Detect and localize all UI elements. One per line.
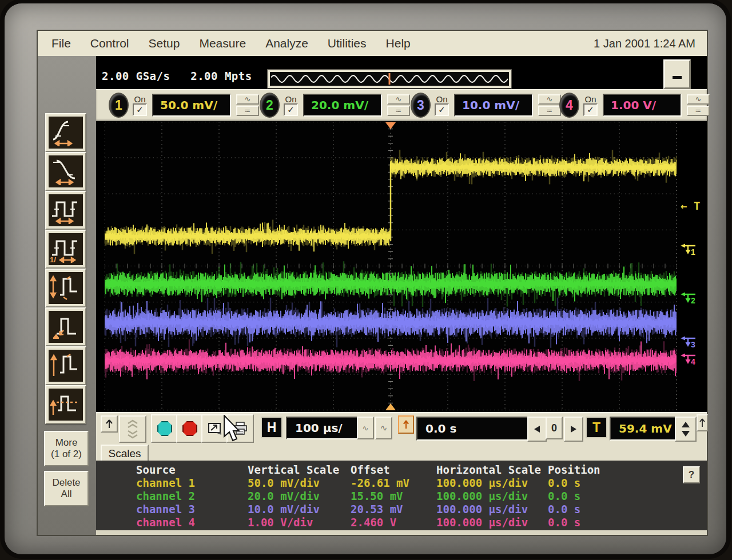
channel-2-scale-down-button[interactable]: ≂ — [387, 106, 410, 116]
peak-to-peak-icon[interactable] — [45, 269, 86, 307]
channel-4-on-checkbox[interactable]: ✓ — [583, 103, 598, 116]
menu-analyze[interactable]: Analyze — [256, 37, 318, 50]
menu-setup[interactable]: Setup — [139, 37, 190, 50]
channel-controls-row: 1 On ✓ 50.0 mV/ ∿ ≂ 2 On ✓ 20.0 mV/ ∿ ≂ … — [96, 89, 707, 121]
channel-4-scale-down-button[interactable]: ≂ — [687, 106, 710, 116]
channel-3-ground-marker[interactable]: 3 — [679, 336, 698, 350]
menu-help[interactable]: Help — [376, 37, 420, 50]
delete-label-2: All — [61, 489, 72, 500]
run-button[interactable] — [151, 414, 178, 443]
up-arrow-icon — [105, 419, 113, 429]
menu-file[interactable]: File — [38, 37, 81, 50]
ch1-position: 0.0 s — [548, 477, 580, 489]
trigger-label: T — [587, 418, 606, 437]
period-glyph — [49, 194, 81, 224]
minimize-button[interactable] — [663, 59, 691, 89]
channel-4-scale-up-button[interactable]: ∿ — [687, 94, 710, 105]
frequency-glyph: 1/ — [49, 233, 81, 263]
horizontal-position-marker-bottom[interactable] — [385, 403, 396, 410]
channel-4-scale-display[interactable]: 1.00 V/ — [603, 94, 682, 117]
hscale-coarse-button[interactable]: ∿ — [375, 417, 392, 439]
ch1-hscale: 100.000 µs/div — [436, 477, 528, 489]
v-top-icon[interactable] — [45, 346, 86, 385]
scroll-up-button[interactable] — [101, 415, 118, 433]
trigger-position-marker-top[interactable] — [385, 122, 396, 129]
expand-collapse-button[interactable] — [119, 415, 146, 443]
channel-2-ground-marker[interactable]: 2 — [679, 292, 698, 306]
channel-1-scale-down-button[interactable]: ≂ — [236, 106, 259, 116]
hscale-fine-button[interactable]: ∿ — [357, 417, 374, 439]
sample-rate: 2.00 GSa/s — [102, 70, 170, 82]
channel-2-scale-up-button[interactable]: ∿ — [387, 94, 410, 105]
channel-4-ground-marker[interactable]: 4 — [679, 353, 698, 367]
channel-1-marker-glyph: 1 — [679, 243, 698, 257]
period-icon[interactable] — [45, 191, 86, 230]
channel-2-marker-glyph: 2 — [679, 292, 698, 306]
trigger-level-display[interactable]: 59.4 mV — [610, 417, 681, 441]
menu-control[interactable]: Control — [81, 37, 139, 50]
channel-1-on-checkbox[interactable]: ✓ — [133, 103, 147, 116]
svg-text:1: 1 — [691, 247, 695, 257]
channel-4-badge[interactable]: 4 — [560, 94, 578, 117]
trigger-level-spinner[interactable] — [675, 417, 697, 442]
ch4-hscale: 100.000 µs/div — [436, 516, 528, 529]
small-up-arrow-icon — [699, 418, 705, 427]
ch2-source: channel 2 — [136, 490, 195, 502]
scales-panel: Source Vertical Scale Offset Horizontal … — [96, 461, 707, 530]
trigger-marker-button[interactable] — [697, 414, 708, 431]
preview-waveform — [270, 72, 509, 86]
rise-time-icon[interactable] — [45, 113, 86, 152]
channel-1-scale-display[interactable]: 50.0 mV/ — [152, 94, 231, 117]
ch4-offset: 2.460 V — [351, 516, 396, 529]
channel-3-on-checkbox[interactable]: ✓ — [435, 103, 449, 116]
double-chevron-down-icon — [126, 429, 139, 439]
ch4-position: 0.0 s — [548, 516, 580, 529]
channel-1-badge[interactable]: 1 — [110, 94, 128, 117]
position-marker-button[interactable] — [398, 415, 414, 434]
panel-bottom-edge — [96, 530, 707, 535]
acquisition-status: 2.00 GSa/s 2.00 Mpts — [102, 70, 252, 82]
position-left-button[interactable] — [527, 417, 547, 442]
tab-scales[interactable]: Scales — [101, 445, 149, 462]
v-base-glyph — [49, 311, 81, 341]
menu-utilities[interactable]: Utilities — [318, 37, 376, 50]
more-button[interactable]: More (1 of 2) — [44, 431, 89, 466]
channel-4-marker-glyph: 4 — [679, 353, 698, 367]
ch4-source: channel 4 — [136, 516, 195, 529]
spinner-down-icon — [681, 430, 690, 437]
instrument-bezel: File Control Setup Measure Analyze Utili… — [5, 3, 726, 554]
horizontal-position-display[interactable]: 0.0 s — [416, 417, 533, 441]
frequency-icon[interactable]: 1/ — [45, 230, 86, 269]
acquisition-preview-bar[interactable] — [268, 70, 511, 88]
menu-measure[interactable]: Measure — [189, 37, 256, 50]
fall-time-icon[interactable] — [45, 152, 86, 191]
ch4-vscale: 1.00 V/div — [248, 516, 313, 529]
channel-1-scale-up-button[interactable]: ∿ — [236, 94, 259, 105]
channel-1-ground-marker[interactable]: 1 — [679, 243, 698, 257]
channel-3-scale-down-button[interactable]: ≂ — [538, 106, 561, 116]
delete-all-button[interactable]: Delete All — [44, 471, 89, 506]
screenshot-button[interactable] — [201, 414, 229, 443]
channel-3-badge[interactable]: 3 — [412, 94, 429, 117]
v-base-icon[interactable] — [45, 307, 86, 346]
channel-3-scale-up-button[interactable]: ∿ — [538, 94, 561, 105]
position-right-button[interactable] — [564, 417, 583, 442]
help-button[interactable]: ? — [683, 466, 700, 483]
channel-2-badge[interactable]: 2 — [261, 94, 279, 117]
channel-4-on-label: On — [584, 95, 596, 103]
channel-2-scale-display[interactable]: 20.0 mV/ — [303, 94, 382, 117]
stop-icon — [182, 421, 197, 436]
trigger-level-marker[interactable]: ← T — [681, 199, 700, 212]
channel-3-scale-display[interactable]: 10.0 mV/ — [454, 94, 533, 117]
table-row: channel 1 50.0 mV/div -26.61 mV 100.000 … — [96, 477, 707, 490]
table-row: channel 2 20.0 mV/div 15.50 mV 100.000 µ… — [96, 490, 707, 503]
print-button[interactable] — [226, 414, 254, 443]
horizontal-scale-display[interactable]: 100 µs/ — [286, 417, 360, 439]
channel-2-on-checkbox[interactable]: ✓ — [284, 103, 298, 116]
svg-text:3: 3 — [691, 340, 695, 349]
stop-button[interactable] — [176, 414, 204, 443]
ch3-hscale: 100.000 µs/div — [436, 503, 528, 515]
v-top-glyph — [49, 350, 81, 379]
position-zero-button[interactable]: 0 — [546, 417, 563, 439]
v-amplitude-icon[interactable] — [45, 385, 86, 424]
